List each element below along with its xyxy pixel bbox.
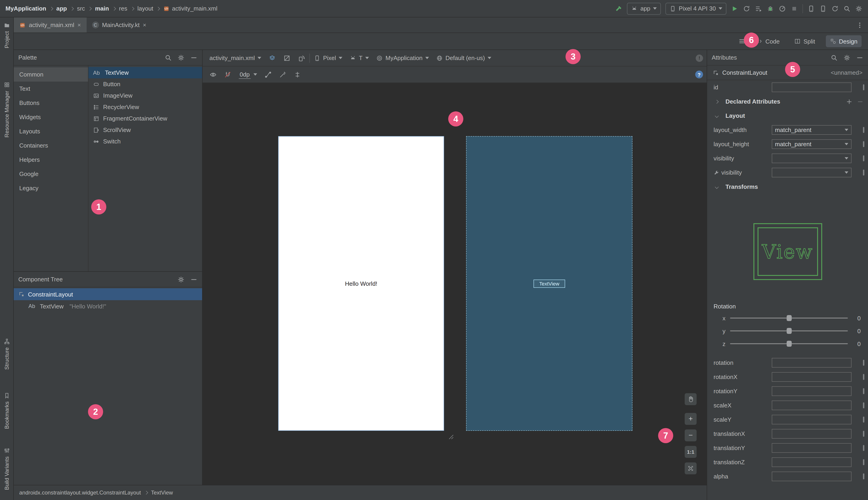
view-options-button[interactable] (206, 67, 220, 82)
palette-category-containers[interactable]: Containers (14, 138, 88, 152)
translation-x-input[interactable] (772, 429, 852, 439)
visibility-dropdown[interactable] (772, 154, 852, 163)
palette-category-helpers[interactable]: Helpers (14, 152, 88, 167)
design-preview[interactable]: Hello World! (278, 136, 444, 431)
gear-icon[interactable] (178, 276, 185, 283)
sidebar-item-bookmarks[interactable]: Bookmarks (0, 392, 14, 429)
tree-item-textview[interactable]: Ab TextView "Hello World!" (14, 300, 202, 312)
palette-category-common[interactable]: Common (14, 67, 88, 82)
blueprint-textview[interactable]: TextView (533, 279, 565, 287)
design-textview[interactable]: Hello World! (345, 280, 377, 287)
blueprint-toggle[interactable] (280, 50, 294, 66)
breadcrumb-constraintlayout[interactable]: androidx.constraintlayout.widget.Constra… (19, 489, 141, 496)
breadcrumb-main[interactable]: main (95, 5, 109, 12)
zoom-in-button[interactable]: + (685, 413, 697, 425)
declared-attributes-section[interactable]: Declared Attributes (707, 94, 868, 109)
profiler-icon[interactable] (779, 5, 786, 12)
theme-dropdown[interactable]: MyApplication (373, 50, 432, 66)
tab-activity-main-xml[interactable]: activity_main.xml × (14, 18, 87, 33)
default-margin-dropdown[interactable]: 0dp (236, 67, 260, 82)
mode-button-design[interactable]: Design (826, 35, 861, 47)
device-manager-icon[interactable] (808, 5, 815, 12)
gear-icon[interactable] (178, 54, 185, 61)
palette-item-imageview[interactable]: ImageView (89, 90, 202, 101)
sync-project-icon[interactable] (831, 5, 839, 12)
tools-visibility-dropdown[interactable] (772, 168, 852, 177)
slider-thumb[interactable] (786, 315, 791, 321)
apply-changes-icon[interactable] (743, 5, 750, 12)
run-configuration-dropdown[interactable]: app (627, 2, 661, 14)
slider-thumb[interactable] (786, 328, 791, 334)
layout-width-dropdown[interactable]: match_parent (772, 125, 852, 135)
issues-icon[interactable]: ! (696, 54, 703, 61)
tab-mainactivity-kt[interactable]: C MainActivity.kt × (87, 18, 152, 33)
breadcrumb-file[interactable]: activity_main.xml (172, 5, 217, 12)
layout-height-dropdown[interactable]: match_parent (772, 139, 852, 149)
orientation-dropdown[interactable] (295, 50, 308, 66)
palette-item-textview[interactable]: Ab TextView (89, 67, 202, 78)
translation-y-input[interactable] (772, 443, 852, 453)
close-icon[interactable]: × (143, 22, 146, 28)
device-for-preview-dropdown[interactable]: Pixel (311, 50, 345, 66)
palette-item-button[interactable]: Button (89, 78, 202, 90)
transforms-section[interactable]: Transforms (707, 180, 868, 194)
surface-mode-dropdown[interactable] (265, 50, 279, 66)
breadcrumb-project[interactable]: MyApplication (5, 5, 46, 12)
autoconnect-toggle[interactable] (221, 67, 235, 82)
palette-item-fragmentcontainerview[interactable]: FragmentContainerView (89, 113, 202, 124)
search-icon[interactable] (164, 54, 172, 61)
breadcrumb-src[interactable]: src (77, 5, 85, 12)
sidebar-item-structure[interactable]: Structure (0, 338, 14, 370)
rotation-input[interactable] (772, 358, 852, 367)
palette-category-legacy[interactable]: Legacy (14, 181, 88, 195)
hide-panel-icon[interactable] (190, 54, 197, 61)
blueprint-preview[interactable]: TextView (466, 136, 632, 431)
alpha-input[interactable] (772, 471, 852, 481)
slider-thumb[interactable] (786, 341, 791, 347)
build-hammer-icon[interactable] (615, 5, 623, 12)
scale-x-input[interactable] (772, 400, 852, 410)
sidebar-item-build-variants[interactable]: Build Variants (0, 447, 14, 490)
locale-dropdown[interactable]: Default (en-us) (433, 50, 494, 66)
palette-category-layouts[interactable]: Layouts (14, 124, 88, 138)
breadcrumb-layout[interactable]: layout (137, 5, 153, 12)
translation-z-input[interactable] (772, 457, 852, 467)
breadcrumb-res[interactable]: res (119, 5, 127, 12)
zoom-to-fit-button[interactable] (685, 463, 697, 474)
tree-item-constraintlayout[interactable]: ConstraintLayout (14, 288, 202, 300)
api-version-dropdown[interactable]: T (346, 50, 372, 66)
hide-panel-icon[interactable] (856, 54, 864, 61)
align-button[interactable] (290, 67, 304, 82)
id-input[interactable] (772, 82, 852, 92)
settings-gear-icon[interactable] (855, 5, 863, 12)
debug-icon[interactable] (767, 5, 774, 12)
palette-item-scrollview[interactable]: ScrollView (89, 124, 202, 136)
device-dropdown[interactable]: Pixel 4 API 30 (665, 2, 727, 14)
hide-panel-icon[interactable] (190, 276, 197, 283)
file-dropdown[interactable]: activity_main.xml (206, 50, 264, 66)
sidebar-item-resource-manager[interactable]: Resource Manager (0, 82, 14, 137)
zoom-actual-button[interactable]: 1:1 (685, 446, 697, 458)
palette-category-buttons[interactable]: Buttons (14, 96, 88, 110)
search-everywhere-icon[interactable] (843, 5, 850, 12)
rotation-x-input[interactable] (772, 372, 852, 382)
breadcrumb-app[interactable]: app (56, 5, 67, 12)
run-list-icon[interactable] (755, 5, 762, 12)
scale-y-input[interactable] (772, 415, 852, 424)
emulator-icon[interactable] (820, 5, 827, 12)
run-button[interactable] (731, 5, 738, 12)
palette-category-google[interactable]: Google (14, 167, 88, 181)
palette-item-recyclerview[interactable]: RecyclerView (89, 101, 202, 113)
close-icon[interactable]: × (78, 22, 81, 28)
zoom-out-button[interactable]: − (685, 429, 697, 441)
resize-handle-icon[interactable] (447, 433, 454, 440)
gear-icon[interactable] (843, 54, 850, 61)
add-attribute-icon[interactable] (846, 98, 853, 105)
search-icon[interactable] (831, 54, 838, 61)
rotation-y-input[interactable] (772, 386, 852, 396)
sidebar-item-project[interactable]: Project (0, 22, 14, 48)
clear-constraints-button[interactable] (261, 67, 275, 82)
layout-section[interactable]: Layout (707, 109, 868, 123)
breadcrumb-textview[interactable]: TextView (151, 489, 173, 496)
palette-category-widgets[interactable]: Widgets (14, 110, 88, 124)
